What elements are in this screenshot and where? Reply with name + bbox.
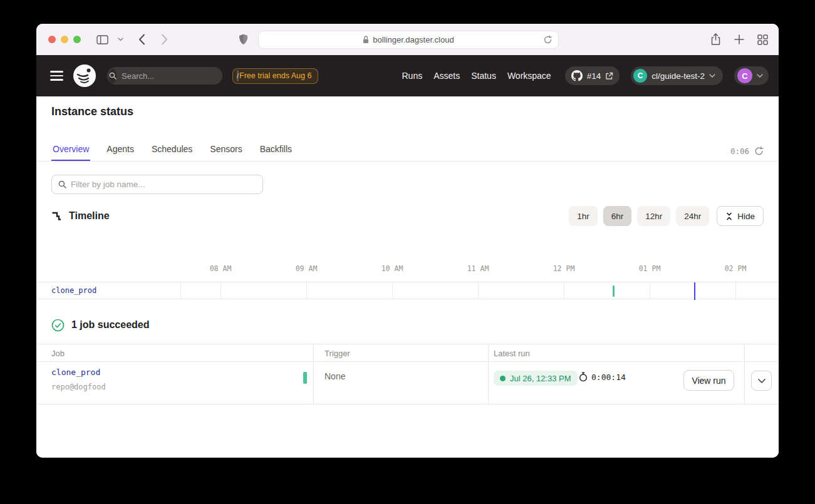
nav-runs[interactable]: Runs (402, 71, 422, 81)
refresh-group: 0:06 (730, 147, 764, 161)
sidebar-chevron-icon[interactable] (113, 32, 128, 47)
axis-tick: 01 PM (639, 264, 661, 273)
nav-assets[interactable]: Assets (433, 71, 460, 81)
job-location: repo@dogfood (51, 383, 106, 391)
deployment-name: cl/guide-test-2 (651, 71, 705, 81)
zoom-window-button[interactable] (73, 36, 81, 43)
hide-label: Hide (737, 212, 755, 221)
refresh-icon[interactable] (754, 147, 764, 156)
timeline-title: Timeline (69, 210, 110, 222)
duration-text: 0:00:14 (591, 373, 626, 382)
browser-toolbar: bollinger.dagster.cloud (36, 24, 779, 55)
search-input[interactable] (117, 71, 237, 81)
job-filter-input[interactable] (71, 180, 256, 189)
back-button[interactable] (134, 32, 149, 47)
gridline (478, 282, 479, 299)
job-status-bar (303, 372, 307, 384)
new-tab-icon[interactable] (732, 32, 747, 47)
header-nav: Runs Assets Status Workspace #14 (402, 66, 769, 85)
run-success-tick[interactable] (613, 285, 615, 297)
range-1hr-button[interactable]: 1hr (569, 206, 598, 226)
trigger-value: None (324, 371, 345, 381)
range-12hr-button[interactable]: 12hr (637, 206, 670, 226)
timeline-range-buttons: 1hr 6hr 12hr 24hr Hide (569, 206, 764, 226)
gridline (180, 282, 181, 299)
chevron-down-icon (709, 74, 715, 78)
row-actions-button[interactable] (751, 371, 772, 391)
global-search[interactable]: / (107, 67, 222, 85)
refresh-countdown: 0:06 (730, 147, 749, 156)
job-filter-field[interactable] (51, 175, 263, 194)
jobs-table-header: Job Trigger Latest run (36, 344, 779, 362)
timeline-axis: 08 AM 09 AM 10 AM 11 AM 12 PM 01 PM 02 P… (36, 264, 779, 274)
reload-icon[interactable] (543, 35, 553, 44)
tab-sensors[interactable]: Sensors (209, 144, 243, 161)
timeline-row: clone_prod (36, 282, 779, 299)
page-content: Instance status Overview Agents Schedule… (36, 96, 779, 458)
stopwatch-icon (579, 372, 588, 382)
range-24hr-button[interactable]: 24hr (676, 206, 709, 226)
address-bar[interactable]: bollinger.dagster.cloud (258, 31, 559, 49)
success-dot-icon (500, 376, 506, 381)
github-pr-badge[interactable]: #14 (565, 66, 620, 85)
tab-schedules[interactable]: Schedules (150, 144, 194, 161)
axis-tick: 12 PM (553, 264, 575, 273)
column-latest-run: Latest run (494, 349, 530, 358)
axis-tick: 09 AM (296, 264, 318, 273)
axis-tick: 02 PM (725, 264, 747, 273)
tabs-bar: Overview Agents Schedules Sensors Backfi… (36, 139, 779, 162)
desktop-background: bollinger.dagster.cloud (0, 0, 815, 504)
timeline-icon (51, 211, 61, 221)
axis-tick: 11 AM (467, 264, 489, 273)
gridline (735, 282, 736, 299)
tab-backfills[interactable]: Backfills (259, 144, 293, 161)
timeline-header: Timeline 1hr 6hr 12hr 24hr Hide (36, 205, 779, 227)
axis-tick: 08 AM (210, 264, 232, 273)
url-text: bollinger.dagster.cloud (373, 35, 454, 44)
github-icon (571, 70, 583, 81)
deployment-avatar: C (633, 69, 647, 83)
nav-workspace[interactable]: Workspace (507, 71, 551, 81)
tab-overview-icon[interactable] (755, 32, 770, 47)
collapse-icon (725, 212, 733, 220)
run-duration: 0:00:14 (579, 372, 626, 382)
search-icon (109, 69, 117, 83)
tab-overview[interactable]: Overview (51, 144, 90, 161)
menu-icon[interactable] (50, 71, 63, 81)
page-title: Instance status (51, 105, 133, 118)
chevron-down-icon (757, 74, 763, 78)
dagster-logo[interactable] (73, 64, 96, 88)
privacy-shield-icon[interactable] (236, 32, 251, 47)
check-circle-icon (51, 319, 65, 332)
deployment-switcher[interactable]: C cl/guide-test-2 (631, 66, 723, 85)
hide-timeline-button[interactable]: Hide (717, 206, 764, 226)
tab-agents[interactable]: Agents (105, 144, 135, 161)
column-job: Job (51, 349, 65, 358)
gridline (221, 282, 221, 299)
trial-badge[interactable]: Free trial ends Aug 6 (232, 68, 318, 84)
table-row: clone_prod repo@dogfood None Jul 26, 12:… (36, 362, 779, 404)
view-run-button[interactable]: View run (683, 370, 734, 391)
nav-status[interactable]: Status (471, 71, 496, 81)
forward-button[interactable] (157, 32, 172, 47)
external-link-icon (605, 72, 613, 80)
sidebar-toggle-icon[interactable] (95, 32, 110, 47)
gridline (564, 282, 564, 299)
user-menu[interactable]: C (734, 66, 769, 85)
range-6hr-button[interactable]: 6hr (603, 206, 632, 226)
minimize-window-button[interactable] (61, 36, 68, 43)
share-icon[interactable] (708, 32, 723, 47)
latest-run-time: Jul 26, 12:33 PM (510, 374, 571, 383)
axis-tick: 10 AM (382, 264, 403, 273)
browser-window: bollinger.dagster.cloud (36, 24, 779, 458)
close-window-button[interactable] (48, 36, 56, 43)
lock-icon (363, 36, 369, 44)
gridline (392, 282, 393, 299)
summary-text: 1 job succeeded (71, 319, 150, 331)
job-name-link[interactable]: clone_prod (51, 368, 100, 377)
github-pr-number: #14 (587, 71, 601, 81)
app-header: / Free trial ends Aug 6 Runs Assets Stat… (36, 55, 779, 96)
latest-run-badge[interactable]: Jul 26, 12:33 PM (494, 371, 578, 386)
timeline-row-label[interactable]: clone_prod (51, 286, 96, 295)
gridline (650, 282, 650, 299)
